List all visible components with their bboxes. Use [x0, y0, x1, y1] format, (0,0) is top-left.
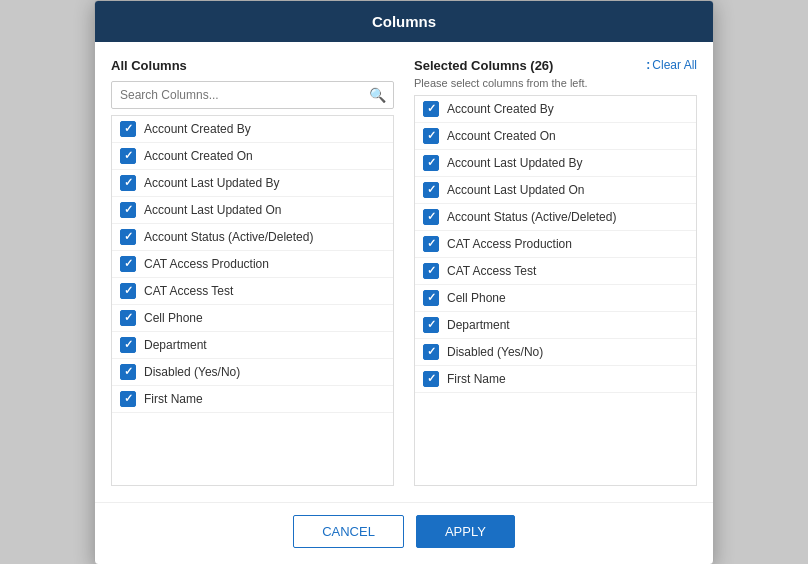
item-label: CAT Access Test — [447, 264, 536, 278]
item-label: Disabled (Yes/No) — [447, 345, 543, 359]
checkbox[interactable] — [423, 209, 439, 225]
list-item[interactable]: Account Status (Active/Deleted) — [415, 204, 696, 231]
checkbox[interactable] — [120, 256, 136, 272]
list-item[interactable]: Department — [415, 312, 696, 339]
checkbox[interactable] — [423, 371, 439, 387]
item-label: Cell Phone — [144, 311, 203, 325]
apply-button[interactable]: APPLY — [416, 515, 515, 548]
list-item[interactable]: CAT Access Production — [415, 231, 696, 258]
item-label: Account Last Updated On — [144, 203, 281, 217]
checkbox[interactable] — [120, 337, 136, 353]
list-item[interactable]: CAT Access Test — [112, 278, 393, 305]
checkbox[interactable] — [423, 344, 439, 360]
checkbox[interactable] — [120, 364, 136, 380]
checkbox[interactable] — [120, 391, 136, 407]
item-label: Account Created By — [447, 102, 554, 116]
columns-dialog: Columns All Columns 🔍 Account Created By… — [94, 0, 714, 564]
list-item[interactable]: Account Created On — [112, 143, 393, 170]
cancel-button[interactable]: CANCEL — [293, 515, 404, 548]
dialog-body: All Columns 🔍 Account Created ByAccount … — [95, 42, 713, 502]
list-item[interactable]: Disabled (Yes/No) — [415, 339, 696, 366]
item-label: Department — [447, 318, 510, 332]
item-label: Account Last Updated On — [447, 183, 584, 197]
clear-all-button[interactable]: : Clear All — [646, 58, 697, 72]
all-columns-panel: All Columns 🔍 Account Created ByAccount … — [111, 58, 394, 486]
checkbox[interactable] — [423, 155, 439, 171]
clear-all-label[interactable]: Clear All — [652, 58, 697, 72]
list-item[interactable]: First Name — [112, 386, 393, 413]
list-item[interactable]: Disabled (Yes/No) — [112, 359, 393, 386]
list-item[interactable]: Account Last Updated On — [112, 197, 393, 224]
item-label: Account Created On — [144, 149, 253, 163]
search-box: 🔍 — [111, 81, 394, 109]
checkbox[interactable] — [423, 101, 439, 117]
selected-columns-panel: Selected Columns (26) : Clear All Please… — [414, 58, 697, 486]
selected-columns-list[interactable]: Account Created ByAccount Created OnAcco… — [414, 95, 697, 486]
list-item[interactable]: Cell Phone — [112, 305, 393, 332]
checkbox[interactable] — [423, 317, 439, 333]
checkbox[interactable] — [423, 182, 439, 198]
list-item[interactable]: Account Status (Active/Deleted) — [112, 224, 393, 251]
checkbox[interactable] — [120, 148, 136, 164]
item-label: Account Created By — [144, 122, 251, 136]
list-item[interactable]: Department — [112, 332, 393, 359]
dialog-footer: CANCEL APPLY — [95, 502, 713, 564]
list-item[interactable]: First Name — [415, 366, 696, 393]
checkbox[interactable] — [120, 229, 136, 245]
item-label: First Name — [447, 372, 506, 386]
list-item[interactable]: Account Created On — [415, 123, 696, 150]
item-label: Disabled (Yes/No) — [144, 365, 240, 379]
list-item[interactable]: Cell Phone — [415, 285, 696, 312]
item-label: Account Last Updated By — [144, 176, 279, 190]
list-item[interactable]: CAT Access Production — [112, 251, 393, 278]
search-icon: 🔍 — [369, 87, 386, 103]
item-label: Account Created On — [447, 129, 556, 143]
list-item[interactable]: Account Created By — [415, 96, 696, 123]
item-label: Cell Phone — [447, 291, 506, 305]
checkbox[interactable] — [423, 290, 439, 306]
selected-subtitle: Please select columns from the left. — [414, 77, 697, 89]
dialog-title: Columns — [95, 1, 713, 42]
checkbox[interactable] — [423, 263, 439, 279]
item-label: CAT Access Test — [144, 284, 233, 298]
item-label: CAT Access Production — [447, 237, 572, 251]
checkbox[interactable] — [120, 283, 136, 299]
checkbox[interactable] — [423, 236, 439, 252]
checkbox[interactable] — [120, 202, 136, 218]
all-columns-list[interactable]: Account Created ByAccount Created OnAcco… — [111, 115, 394, 486]
clear-all-dots: : — [646, 58, 650, 72]
selected-header: Selected Columns (26) : Clear All — [414, 58, 697, 73]
checkbox[interactable] — [120, 121, 136, 137]
list-item[interactable]: CAT Access Test — [415, 258, 696, 285]
checkbox[interactable] — [120, 310, 136, 326]
item-label: CAT Access Production — [144, 257, 269, 271]
item-label: Department — [144, 338, 207, 352]
all-columns-title: All Columns — [111, 58, 394, 73]
search-input[interactable] — [111, 81, 394, 109]
checkbox[interactable] — [423, 128, 439, 144]
list-item[interactable]: Account Last Updated By — [112, 170, 393, 197]
selected-columns-title: Selected Columns (26) — [414, 58, 553, 73]
list-item[interactable]: Account Last Updated On — [415, 177, 696, 204]
item-label: Account Status (Active/Deleted) — [144, 230, 313, 244]
item-label: First Name — [144, 392, 203, 406]
checkbox[interactable] — [120, 175, 136, 191]
item-label: Account Status (Active/Deleted) — [447, 210, 616, 224]
item-label: Account Last Updated By — [447, 156, 582, 170]
list-item[interactable]: Account Last Updated By — [415, 150, 696, 177]
list-item[interactable]: Account Created By — [112, 116, 393, 143]
